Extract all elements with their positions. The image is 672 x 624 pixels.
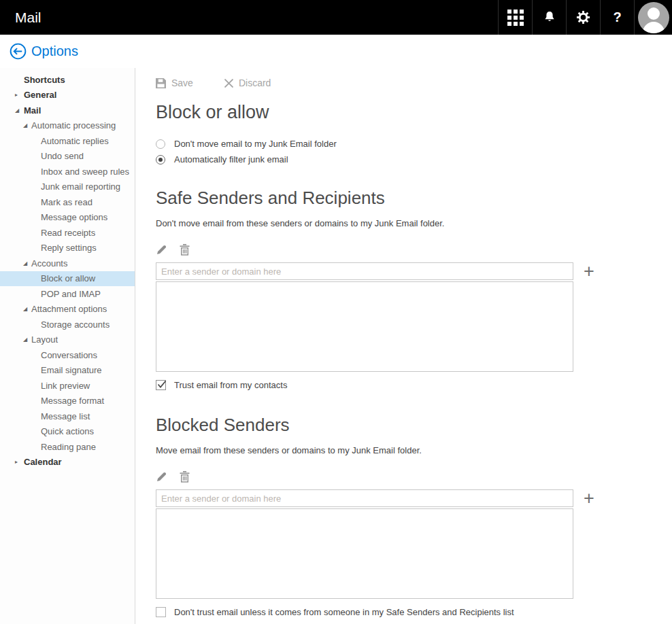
sidebar-item-message-format[interactable]: Message format <box>0 394 135 409</box>
sidebar-item-link-preview[interactable]: Link preview <box>0 378 135 394</box>
sidebar-item-label: Calendar <box>24 457 62 467</box>
sidebar-item-automatic-replies[interactable]: Automatic replies <box>0 133 135 149</box>
sidebar-item-attachment-options[interactable]: ◢Attachment options <box>0 302 135 317</box>
discard-label: Discard <box>239 77 271 88</box>
chevron-expanded-icon[interactable]: ◢ <box>23 122 27 128</box>
radio-dont-move-junk[interactable]: Don't move email to my Junk Email folder <box>156 139 672 149</box>
sidebar-item-message-list[interactable]: Message list <box>0 409 135 424</box>
sidebar-nav: Shortcuts▸General◢Mail◢Automatic process… <box>0 68 135 624</box>
sidebar-item-label: POP and IMAP <box>41 289 101 299</box>
app-launcher-icon <box>507 10 524 26</box>
checkbox[interactable] <box>156 607 166 617</box>
trust-contacts-checkbox-row[interactable]: Trust email from my contacts <box>156 380 672 390</box>
sidebar-item-label: Read receipts <box>41 228 95 238</box>
radio-label: Don't move email to my Junk Email folder <box>174 139 337 149</box>
sidebar-item-quick-actions[interactable]: Quick actions <box>0 424 135 440</box>
sidebar-item-label: Reading pane <box>41 442 96 452</box>
chevron-expanded-icon[interactable]: ◢ <box>15 107 19 114</box>
sidebar-item-shortcuts[interactable]: Shortcuts <box>0 72 135 88</box>
safe-senders-actions <box>156 244 672 256</box>
safe-sender-input[interactable] <box>156 262 573 280</box>
sidebar-item-email-signature[interactable]: Email signature <box>0 363 135 379</box>
command-bar: Save Discard <box>156 77 672 88</box>
safe-senders-title: Safe Senders and Recipients <box>156 188 672 209</box>
sidebar-item-label: Automatic replies <box>41 136 109 146</box>
top-bar: Mail ? <box>0 0 672 35</box>
add-safe-sender-button[interactable]: + <box>584 262 594 280</box>
sidebar-item-message-options[interactable]: Message options <box>0 210 135 226</box>
radio-label: Automatically filter junk email <box>174 154 288 164</box>
radio-button[interactable] <box>156 155 165 164</box>
top-icon-group: ? <box>498 0 672 35</box>
chevron-expanded-icon[interactable]: ◢ <box>23 306 27 312</box>
back-to-options-link[interactable]: Options <box>0 35 672 68</box>
discard-x-icon <box>224 79 233 88</box>
discard-button[interactable]: Discard <box>224 77 271 88</box>
sidebar-item-label: Inbox and sweep rules <box>41 167 129 177</box>
sidebar-item-label: General <box>24 90 56 100</box>
back-link-label: Options <box>31 44 78 59</box>
radio-button[interactable] <box>156 139 165 149</box>
sidebar-item-conversations[interactable]: Conversations <box>0 347 135 363</box>
notifications-button[interactable] <box>532 0 566 35</box>
chevron-collapsed-icon[interactable]: ▸ <box>15 92 18 98</box>
sidebar-item-reply-settings[interactable]: Reply settings <box>0 241 135 256</box>
add-blocked-sender-button[interactable]: + <box>584 489 594 507</box>
sidebar-item-calendar[interactable]: ▸Calendar <box>0 455 135 470</box>
save-label: Save <box>171 77 193 88</box>
sidebar-item-layout[interactable]: ◢Layout <box>0 332 135 348</box>
radio-auto-filter-junk[interactable]: Automatically filter junk email <box>156 154 672 164</box>
sidebar-item-storage-accounts[interactable]: Storage accounts <box>0 317 135 332</box>
edit-button[interactable] <box>156 244 167 256</box>
sidebar-item-label: Reply settings <box>41 243 97 253</box>
sidebar-item-general[interactable]: ▸General <box>0 88 135 103</box>
sidebar-item-label: Message format <box>41 396 104 406</box>
app-launcher-button[interactable] <box>498 0 532 35</box>
blocked-senders-entry-row: + <box>156 489 672 507</box>
sidebar-item-reading-pane[interactable]: Reading pane <box>0 439 135 455</box>
blocked-sender-input[interactable] <box>156 489 573 507</box>
pencil-icon <box>156 471 167 483</box>
sidebar-item-inbox-and-sweep-rules[interactable]: Inbox and sweep rules <box>0 164 135 179</box>
dont-trust-checkbox-row[interactable]: Don't trust email unless it comes from s… <box>156 607 672 617</box>
help-button[interactable]: ? <box>600 0 634 35</box>
settings-button[interactable] <box>566 0 600 35</box>
trash-icon <box>180 471 190 483</box>
sidebar-item-label: Undo send <box>41 151 84 161</box>
save-button[interactable]: Save <box>156 77 193 88</box>
main-panel: Save Discard Block or allow Don't move e… <box>135 68 672 624</box>
chevron-expanded-icon[interactable]: ◢ <box>23 260 27 266</box>
sidebar-item-label: Storage accounts <box>41 319 110 330</box>
chevron-expanded-icon[interactable]: ◢ <box>23 336 27 343</box>
edit-button[interactable] <box>156 471 167 483</box>
delete-button[interactable] <box>180 244 190 256</box>
sidebar-item-undo-send[interactable]: Undo send <box>0 149 135 164</box>
sidebar-item-mark-as-read[interactable]: Mark as read <box>0 194 135 210</box>
sidebar-item-label: Link preview <box>41 381 90 391</box>
blocked-senders-actions <box>156 471 672 483</box>
safe-senders-description: Don't move email from these senders or d… <box>156 218 672 228</box>
safe-senders-list[interactable] <box>156 281 573 372</box>
sidebar-item-junk-email-reporting[interactable]: Junk email reporting <box>0 179 135 195</box>
blocked-senders-list[interactable] <box>156 508 573 599</box>
sidebar-item-label: Mark as read <box>41 197 93 207</box>
blocked-senders-description: Move email from these senders or domains… <box>156 445 672 455</box>
junk-filter-radio-group: Don't move email to my Junk Email folder… <box>156 139 672 164</box>
sidebar-item-accounts[interactable]: ◢Accounts <box>0 256 135 271</box>
sidebar-item-label: Message options <box>41 212 107 222</box>
sidebar-item-mail[interactable]: ◢Mail <box>0 103 135 118</box>
pencil-icon <box>156 244 167 256</box>
sidebar-item-pop-and-imap[interactable]: POP and IMAP <box>0 286 135 302</box>
delete-button[interactable] <box>180 471 190 483</box>
app-title: Mail <box>0 0 498 35</box>
sidebar-item-label: Layout <box>31 334 58 345</box>
safe-senders-entry-row: + <box>156 262 672 280</box>
sidebar-item-read-receipts[interactable]: Read receipts <box>0 225 135 241</box>
sidebar-item-automatic-processing[interactable]: ◢Automatic processing <box>0 118 135 134</box>
sidebar-item-block-or-allow[interactable]: Block or allow <box>0 271 135 287</box>
chevron-collapsed-icon[interactable]: ▸ <box>15 459 18 465</box>
sidebar-item-label: Mail <box>24 105 41 116</box>
back-arrow-icon <box>10 43 27 60</box>
account-button[interactable] <box>634 0 672 35</box>
checkbox[interactable] <box>156 380 166 390</box>
